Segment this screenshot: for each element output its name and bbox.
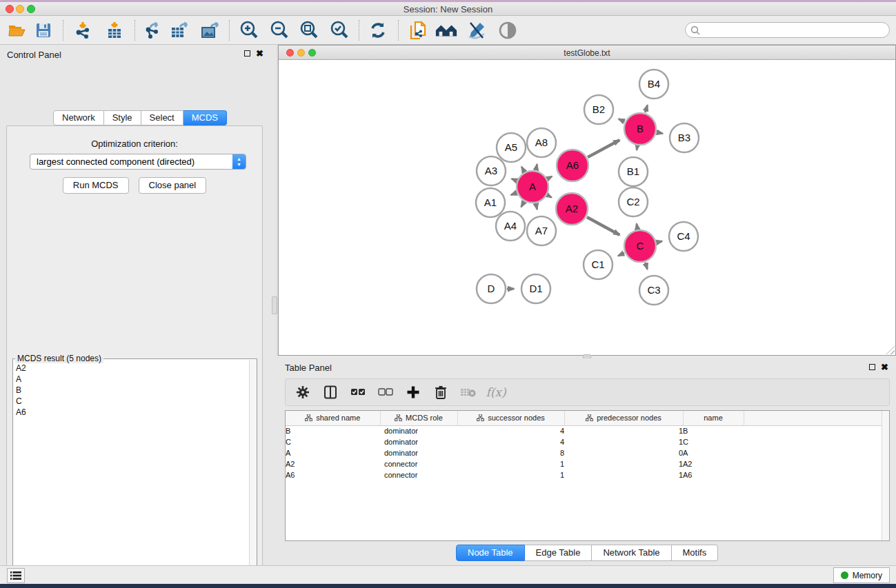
graph-node-label: B4: [648, 78, 660, 90]
deselect-all-icon: [378, 387, 393, 397]
column-header[interactable]: successor nodes: [457, 411, 564, 425]
show-graphics-icon: [497, 21, 519, 39]
graph-edge-B-B1[interactable]: [637, 146, 637, 150]
result-item[interactable]: A6: [14, 407, 248, 418]
graph-edge-A-A7[interactable]: [536, 203, 537, 209]
control-panel-title: Control Panel: [7, 50, 61, 60]
graph-edge-A-A5[interactable]: [521, 167, 524, 172]
graph-edge-C-C1[interactable]: [618, 253, 624, 256]
graph-node-label: A2: [566, 203, 578, 214]
main-toolbar: [0, 16, 896, 45]
close-table-panel-icon[interactable]: ✖: [881, 362, 888, 372]
first-neighbors-button[interactable]: [435, 19, 458, 41]
table-row[interactable]: Cdominator41C: [286, 436, 889, 447]
float-table-panel-icon[interactable]: [869, 364, 875, 370]
import-network-button[interactable]: [71, 19, 94, 41]
zoom-out-button[interactable]: [268, 19, 291, 41]
vertical-splitter-handle[interactable]: [272, 296, 277, 314]
gear-button[interactable]: [294, 383, 312, 401]
table-scrollbar[interactable]: [882, 411, 889, 540]
attribute-type-icon: [586, 414, 593, 421]
graph-edge-C-C3[interactable]: [645, 263, 647, 270]
graph-node-label: C3: [647, 284, 660, 296]
memory-button[interactable]: Memory: [833, 567, 890, 583]
tab-network[interactable]: Network: [53, 110, 104, 125]
float-panel-icon[interactable]: [244, 50, 250, 57]
tab-select[interactable]: Select: [141, 110, 183, 125]
delete-column-button[interactable]: [432, 383, 450, 401]
tab-motifs[interactable]: Motifs: [672, 545, 719, 561]
column-header[interactable]: name: [683, 411, 744, 425]
graph-edge-A-A1[interactable]: [511, 193, 517, 195]
node-table[interactable]: shared nameMCDS rolesuccessor nodesprede…: [285, 410, 890, 541]
add-column-button[interactable]: [404, 383, 422, 401]
tab-mcds[interactable]: MCDS: [183, 110, 227, 125]
import-table-button[interactable]: [103, 19, 126, 41]
graph-edge-A2-C[interactable]: [587, 217, 619, 235]
save-session-button[interactable]: [32, 19, 55, 41]
graph-edge-A-A3[interactable]: [512, 179, 517, 181]
graph-edge-B-B3[interactable]: [657, 132, 662, 134]
export-network-button[interactable]: [140, 19, 163, 41]
tab-style[interactable]: Style: [104, 110, 141, 125]
column-button[interactable]: [321, 383, 339, 401]
export-table-button[interactable]: [168, 19, 192, 41]
export-image-button[interactable]: [199, 19, 222, 41]
graph-edge-A-A2[interactable]: [548, 195, 552, 197]
graph-edge-A-A4[interactable]: [521, 202, 524, 207]
network-canvas[interactable]: B4B2BB3A5A8A6A3AB1A1A2C2A4A7C4C1CC3DD1: [279, 60, 895, 355]
run-mcds-button[interactable]: Run MCDS: [63, 177, 129, 194]
graph-edge-B-B4[interactable]: [645, 105, 647, 113]
toolbar-separator: [63, 20, 63, 41]
column-header[interactable]: predecessor nodes: [564, 411, 683, 425]
task-history-button[interactable]: [7, 568, 25, 583]
close-panel-button[interactable]: Close panel: [139, 177, 207, 194]
table-row[interactable]: Adominator80A: [286, 447, 889, 458]
refresh-button[interactable]: [366, 19, 390, 41]
criterion-select[interactable]: largest connected component (directed) ▲…: [30, 154, 246, 170]
column-header[interactable]: shared name: [286, 411, 380, 425]
graph-edge-A-A6[interactable]: [548, 176, 552, 179]
graph-edge-C-C4[interactable]: [657, 241, 661, 243]
graph-edge-B-B2[interactable]: [619, 119, 624, 122]
zoom-in-button[interactable]: [237, 19, 261, 41]
table-row[interactable]: A6connector11A6: [286, 469, 889, 480]
mcds-result-list[interactable]: A2ABCA6: [14, 363, 248, 588]
function-builder-button[interactable]: f(x): [487, 383, 505, 401]
graph-edge-A-A8[interactable]: [536, 164, 537, 170]
mcds-result-group: MCDS result (5 nodes) A2ABCA6: [12, 358, 257, 588]
table-row[interactable]: A2connector11A2: [286, 458, 889, 469]
deselect-all-button[interactable]: [377, 383, 395, 401]
column-header[interactable]: MCDS role: [380, 411, 457, 425]
tab-node-table[interactable]: Node Table: [456, 545, 525, 561]
zoom-fit-button[interactable]: [297, 19, 321, 41]
open-file-icon: [8, 22, 27, 39]
tab-network-table[interactable]: Network Table: [592, 545, 671, 561]
graph-edge-C-C2[interactable]: [637, 224, 637, 230]
graph-node-label: B3: [678, 132, 690, 143]
result-item[interactable]: A: [14, 374, 248, 385]
table-panel-title: Table Panel: [285, 363, 332, 373]
graph-node-label: C: [637, 240, 644, 252]
table-panel: Table Panel ✖: [278, 358, 896, 564]
result-item[interactable]: C: [14, 396, 248, 407]
search-input[interactable]: [685, 22, 890, 38]
result-scrollbar[interactable]: [249, 360, 257, 588]
tab-edge-table[interactable]: Edge Table: [525, 545, 593, 561]
show-graphics-button[interactable]: [496, 19, 519, 41]
close-panel-icon[interactable]: ✖: [256, 48, 263, 59]
search-icon: [690, 26, 700, 35]
open-file-button[interactable]: [6, 19, 29, 41]
delete-table-button[interactable]: [459, 383, 477, 401]
export-network-icon: [142, 21, 161, 40]
graph-edge-A6-B[interactable]: [588, 140, 619, 157]
zoom-selected-button[interactable]: [328, 19, 351, 41]
result-item[interactable]: A2: [14, 363, 248, 374]
select-all-button[interactable]: [349, 383, 367, 401]
hide-details-button[interactable]: [465, 19, 488, 41]
window-resize-grip[interactable]: [886, 346, 895, 354]
clone-network-button[interactable]: [406, 19, 430, 41]
table-row[interactable]: Bdominator41B: [286, 425, 889, 436]
attribute-type-icon: [305, 414, 312, 421]
result-item[interactable]: B: [14, 385, 248, 396]
